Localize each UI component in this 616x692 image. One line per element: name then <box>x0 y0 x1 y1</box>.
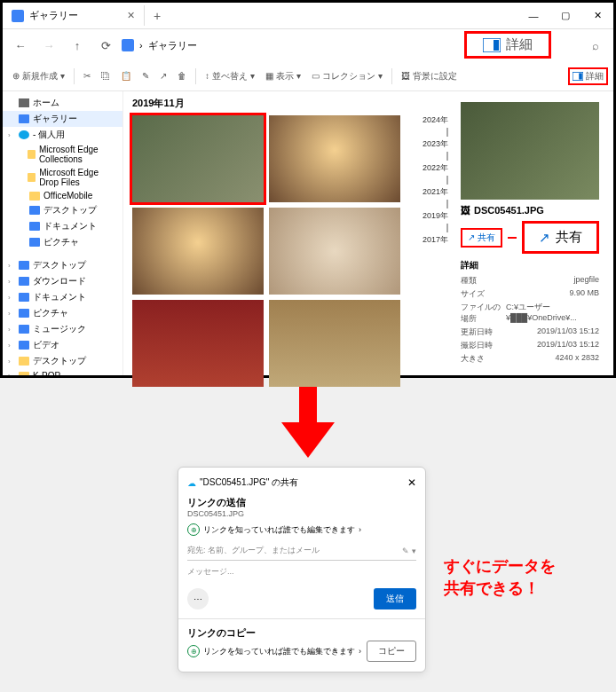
detail-row: 撮影日時2019/11/03 15:12 <box>461 339 599 352</box>
search-icon[interactable]: ⌕ <box>583 39 608 52</box>
sidebar-item[interactable]: OfficeMobile <box>3 189 122 202</box>
share-button-small[interactable]: ↗ 共有 <box>461 228 502 248</box>
close-tab-icon[interactable]: ✕ <box>127 10 135 21</box>
copy-button[interactable]: コピー <box>367 641 416 662</box>
sidebar-item[interactable]: ›ピクチャ <box>3 305 122 321</box>
folder-icon <box>19 293 29 302</box>
globe-icon: ⊕ <box>187 645 200 657</box>
sidebar-item[interactable]: デスクトップ <box>3 202 122 218</box>
photo-thumbnail[interactable] <box>269 115 400 202</box>
up-button[interactable]: ↑ <box>65 33 90 58</box>
year-scrollbar[interactable]: 2024年2023年2022年2021年2019年2017年 <box>423 97 448 370</box>
sidebar-item-label: ホーム <box>33 97 59 109</box>
sidebar-item-label: ビデオ <box>33 339 59 351</box>
annotation-line <box>508 237 517 239</box>
more-button[interactable]: ⋯ <box>187 588 209 609</box>
breadcrumb[interactable]: ギャラリー <box>148 39 197 52</box>
detail-row: 更新日時2019/11/03 15:12 <box>461 326 599 339</box>
copy-permission-selector[interactable]: ⊕ リンクを知っていれば誰でも編集できます › <box>187 645 361 657</box>
gallery-grid: 2019年11月 <box>132 97 415 370</box>
view-button[interactable]: ▦ 表示 ▾ <box>261 65 305 88</box>
year-marker[interactable]: 2024年 <box>423 114 448 126</box>
sidebar-item-label: Microsoft Edge Collections <box>39 145 117 164</box>
globe-icon: ⊕ <box>187 523 200 536</box>
detail-row: 大きさ4240 x 2832 <box>461 352 599 366</box>
sidebar-item[interactable]: ドキュメント <box>3 218 122 234</box>
rename-button[interactable]: ✎ <box>138 65 154 88</box>
send-button[interactable]: 送信 <box>374 588 416 609</box>
photo-thumbnail[interactable] <box>132 300 264 387</box>
forward-button[interactable]: → <box>36 33 61 58</box>
browser-tab[interactable]: ギャラリー ✕ <box>3 5 145 26</box>
share-callout-large: ↗ 共有 <box>522 221 599 254</box>
sidebar-item[interactable]: ›- 個人用 <box>3 127 122 143</box>
cut-button[interactable]: ✂ <box>79 65 95 88</box>
year-marker[interactable]: 2021年 <box>423 186 448 198</box>
sidebar-item-label: OfficeMobile <box>43 191 92 201</box>
sidebar-item[interactable]: ›ビデオ <box>3 337 122 353</box>
sidebar-item[interactable]: ›デスクトップ <box>3 353 122 369</box>
recipient-input[interactable]: 宛先: 名前、グループ、またはメール ✎ ▾ <box>187 541 416 561</box>
back-button[interactable]: ← <box>8 33 33 58</box>
folder-icon <box>28 150 36 159</box>
sidebar: ホームギャラリー›- 個人用Microsoft Edge Collections… <box>3 91 123 375</box>
sort-button[interactable]: ↕ 並べ替え ▾ <box>201 65 259 88</box>
maximize-button[interactable]: ▢ <box>549 4 581 28</box>
new-button[interactable]: ⊕ 新規作成 ▾ <box>8 65 69 88</box>
sidebar-item[interactable]: ›ドキュメント <box>3 289 122 305</box>
photo-thumbnail[interactable] <box>269 208 400 295</box>
sidebar-item[interactable]: ›K-POP <box>3 369 122 375</box>
copy-button[interactable]: ⿻ <box>97 65 115 88</box>
close-window-button[interactable]: ✕ <box>581 4 613 28</box>
year-marker[interactable]: 2019年 <box>423 210 448 222</box>
folder-icon <box>19 98 29 107</box>
detail-row: 種類jpegfile <box>461 274 599 287</box>
details-callout-small[interactable]: 詳細 <box>568 67 608 85</box>
sidebar-item[interactable]: Microsoft Edge Collections <box>3 143 122 166</box>
delete-button[interactable]: 🗑 <box>173 65 191 88</box>
file-name: DSC05451.JPG <box>474 205 544 216</box>
folder-icon <box>19 357 29 366</box>
sidebar-item[interactable]: ピクチャ <box>3 234 122 250</box>
share-button[interactable]: ↗ <box>155 65 171 88</box>
photo-thumbnail[interactable] <box>132 115 264 202</box>
year-marker[interactable]: 2023年 <box>423 138 448 150</box>
permission-selector[interactable]: ⊕ リンクを知っていれば誰でも編集できます › <box>187 523 416 536</box>
preview-image <box>461 102 599 200</box>
dialog-filename: DSC05451.JPG <box>187 509 416 518</box>
sidebar-item[interactable]: ›ミュージック <box>3 321 122 337</box>
onedrive-icon: ☁ <box>187 478 196 488</box>
folder-icon <box>19 277 29 286</box>
folder-icon <box>19 114 29 123</box>
share-icon: ↗ <box>539 230 550 246</box>
sidebar-item[interactable]: Microsoft Edge Drop Files <box>3 166 122 189</box>
minimize-button[interactable]: ― <box>517 4 549 28</box>
sidebar-item-label: ミュージック <box>33 323 86 335</box>
edit-icon[interactable]: ✎ ▾ <box>402 547 416 555</box>
gallery-icon <box>12 10 24 22</box>
collection-button[interactable]: ▭ コレクション ▾ <box>307 65 387 88</box>
sidebar-item-label: ダウンロード <box>33 275 86 287</box>
svg-rect-1 <box>494 40 499 51</box>
set-background-button[interactable]: 🖼 背景に設定 <box>397 65 462 88</box>
new-tab-button[interactable]: + <box>145 9 170 23</box>
photo-thumbnail[interactable] <box>269 300 400 387</box>
photo-thumbnail[interactable] <box>132 208 264 295</box>
sidebar-item[interactable]: ›ダウンロード <box>3 273 122 289</box>
sidebar-item-label: デスクトップ <box>33 259 86 271</box>
year-marker[interactable]: 2022年 <box>423 162 448 174</box>
paste-button[interactable]: 📋 <box>116 65 136 88</box>
sidebar-item[interactable]: ›デスクトップ <box>3 257 122 273</box>
message-input[interactable]: メッセージ... <box>187 561 416 583</box>
detail-row: ファイルの場所C:¥ユーザー¥███¥OneDrive¥... <box>461 301 599 326</box>
sidebar-item-label: ギャラリー <box>33 113 77 125</box>
dialog-title: "DSC05451.JPG" の共有 <box>200 476 298 489</box>
close-dialog-button[interactable]: ✕ <box>407 476 416 489</box>
sidebar-item-label: デスクトップ <box>33 355 86 367</box>
refresh-button[interactable]: ⟳ <box>93 33 118 58</box>
sidebar-item[interactable]: ギャラリー <box>3 111 122 127</box>
year-marker[interactable]: 2017年 <box>423 234 448 246</box>
annotation-text: すぐにデータを 共有できる！ <box>444 555 556 600</box>
folder-icon <box>29 238 40 247</box>
sidebar-item[interactable]: ホーム <box>3 95 122 111</box>
